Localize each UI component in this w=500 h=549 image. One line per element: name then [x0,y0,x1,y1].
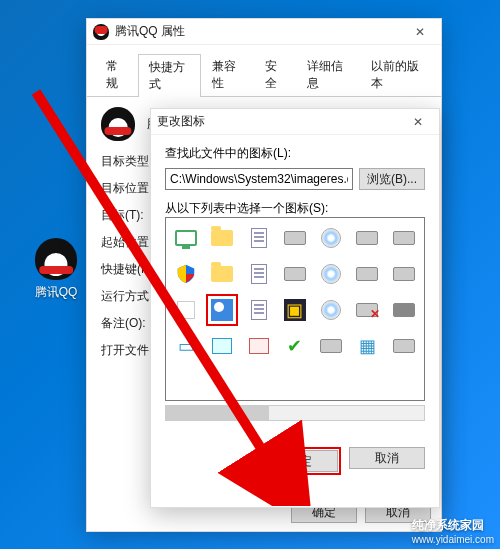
icon-option-dvd[interactable] [388,294,420,326]
titlebar[interactable]: 腾讯QQ 属性 ✕ [87,19,441,45]
desktop-shortcut-label: 腾讯QQ [35,285,78,299]
window-title: 更改图标 [157,113,205,130]
icon-option-shield[interactable] [170,258,202,290]
tab-previous-versions[interactable]: 以前的版本 [360,53,434,96]
icon-option-drive[interactable] [351,222,383,254]
icon-option-video[interactable]: ▣ [279,294,311,326]
icon-option-folder[interactable] [206,258,238,290]
tab-compatibility[interactable]: 兼容性 [201,53,254,96]
icon-option-disc[interactable] [315,258,347,290]
icon-option-window[interactable]: ▭ [170,330,202,362]
icon-option-disc[interactable] [315,222,347,254]
icon-option-drive[interactable] [279,222,311,254]
icon-option-window-tiles[interactable]: ▦ [351,330,383,362]
close-button[interactable]: ✕ [403,109,433,134]
icon-option-drive[interactable] [388,222,420,254]
icon-option-selected[interactable] [206,294,238,326]
watermark-brand: 纯净系统家园 [412,517,494,534]
browse-button[interactable]: 浏览(B)... [359,168,425,190]
window-title: 腾讯QQ 属性 [115,23,185,40]
icon-option-monitor[interactable] [170,222,202,254]
icon-option-image[interactable] [243,330,275,362]
tab-general[interactable]: 常规 [95,53,138,96]
tab-details[interactable]: 详细信息 [296,53,359,96]
icon-option-remove-drive[interactable]: ✕ [351,294,383,326]
icon-option-document[interactable] [243,222,275,254]
look-in-label: 查找此文件中的图标(L): [165,145,425,162]
icon-option-document[interactable] [243,258,275,290]
tab-shortcut[interactable]: 快捷方式 [138,54,201,97]
tab-strip: 常规 快捷方式 兼容性 安全 详细信息 以前的版本 [87,45,441,97]
qq-penguin-icon [101,107,135,141]
icon-option-drive[interactable] [388,258,420,290]
change-icon-ok-button[interactable]: 确定 [262,450,338,472]
change-icon-cancel-button[interactable]: 取消 [349,447,425,469]
icon-option-drive[interactable] [315,330,347,362]
watermark: 纯净系统家园 www.yidaimei.com [412,517,494,545]
highlight-annotation: 确定 [259,447,341,475]
watermark-url: www.yidaimei.com [412,534,494,545]
icon-option-drive[interactable] [388,330,420,362]
icon-option-folder[interactable] [206,222,238,254]
icon-option-drive[interactable] [279,258,311,290]
titlebar[interactable]: 更改图标 ✕ [151,109,439,135]
desktop-shortcut-qq[interactable]: 腾讯QQ [26,238,86,301]
tab-security[interactable]: 安全 [254,53,297,96]
icon-option-window[interactable] [206,330,238,362]
icon-option-document[interactable] [243,294,275,326]
icon-option-blank[interactable] [170,294,202,326]
icon-option-check[interactable]: ✔ [279,330,311,362]
icon-path-input[interactable] [165,168,353,190]
change-icon-dialog: 更改图标 ✕ 查找此文件中的图标(L): 浏览(B)... 从以下列表中选择一个… [150,108,440,508]
icon-option-drive[interactable] [351,258,383,290]
icon-list: ▣ ✕ ▭ ✔ ▦ [165,217,425,401]
qq-penguin-icon [93,24,109,40]
icon-option-disc[interactable] [315,294,347,326]
close-button[interactable]: ✕ [405,19,435,44]
qq-penguin-icon [35,238,77,280]
icon-list-scrollbar[interactable] [165,405,425,421]
select-icon-label: 从以下列表中选择一个图标(S): [165,200,425,217]
